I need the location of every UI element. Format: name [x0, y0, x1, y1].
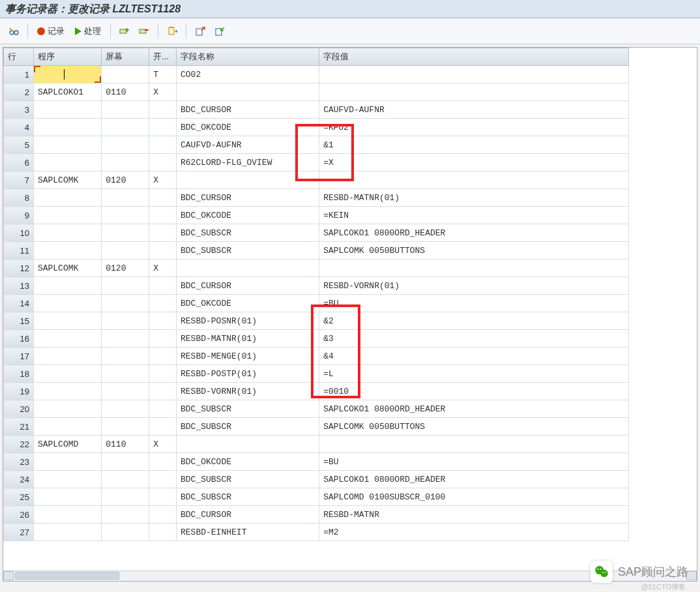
cell-start[interactable]: X [149, 259, 177, 277]
cell-field-value[interactable]: &1 [319, 136, 629, 154]
delete-row-button[interactable] [136, 23, 153, 39]
cell-field-value[interactable]: =KPU2 [319, 119, 629, 136]
cell-program[interactable] [33, 101, 101, 119]
cell-start[interactable] [149, 101, 177, 119]
col-screen[interactable]: 屏幕 [102, 48, 149, 66]
table-row[interactable]: 20BDC_SUBSCRSAPLCOKO1 0800ORD_HEADER [4, 400, 629, 418]
row-number[interactable]: 9 [4, 207, 34, 224]
table-row[interactable]: 16RESBD-MATNR(01)&3 [4, 330, 629, 348]
import-button[interactable] [211, 23, 228, 39]
cell-start[interactable] [149, 330, 177, 348]
cell-program[interactable] [33, 295, 101, 312]
table-row[interactable]: 12SAPLCOMK0120X [4, 259, 629, 277]
cell-field-value[interactable]: =BU [319, 295, 629, 312]
cell-screen[interactable]: 0120 [102, 259, 149, 277]
process-button[interactable]: 处理 [71, 23, 105, 39]
cell-program[interactable] [33, 312, 101, 330]
cell-start[interactable]: X [149, 83, 177, 101]
cell-field-value[interactable] [319, 436, 629, 453]
row-number[interactable]: 11 [4, 242, 34, 259]
cell-program[interactable] [33, 189, 101, 207]
table-row[interactable]: 6R62CLORD-FLG_OVIEW=X [4, 154, 629, 171]
row-number[interactable]: 10 [4, 224, 34, 242]
cell-screen[interactable] [102, 66, 149, 83]
table-row[interactable]: 14BDC_OKCODE=BU [4, 295, 629, 312]
cell-start[interactable] [149, 383, 177, 400]
cell-screen[interactable] [102, 418, 149, 436]
row-number[interactable]: 8 [4, 189, 34, 207]
cell-screen[interactable] [102, 383, 149, 400]
cell-field-value[interactable]: RESBD-VORNR(01) [319, 277, 629, 295]
table-row[interactable]: 5CAUFVD-AUFNR&1 [4, 136, 629, 154]
row-number[interactable]: 16 [4, 330, 34, 348]
table-row[interactable]: 27RESBD-EINHEIT=M2 [4, 524, 629, 541]
cell-program[interactable] [33, 471, 101, 488]
cell-field-value[interactable]: CAUFVD-AUFNR [319, 101, 629, 119]
cell-start[interactable]: X [149, 436, 177, 453]
cell-start[interactable] [149, 136, 177, 154]
cell-field-name[interactable]: RESBD-VORNR(01) [177, 383, 319, 400]
row-number[interactable]: 25 [4, 488, 34, 506]
cell-program[interactable]: SAPLCOKO1 [33, 83, 101, 101]
cell-program[interactable] [33, 400, 101, 418]
cell-field-value[interactable]: =M2 [319, 524, 629, 541]
cell-field-name[interactable]: RESBD-MATNR(01) [177, 330, 319, 348]
display-change-button[interactable] [5, 23, 22, 39]
table-row[interactable]: 22SAPLCOMD0110X [4, 436, 629, 453]
cell-field-value[interactable]: =X [319, 154, 629, 171]
cell-field-value[interactable]: =L [319, 365, 629, 383]
cell-start[interactable] [149, 224, 177, 242]
cell-field-name[interactable] [177, 436, 319, 453]
table-row[interactable]: 26BDC_CURSORRESBD-MATNR [4, 506, 629, 524]
cell-program[interactable] [33, 207, 101, 224]
cell-screen[interactable] [102, 312, 149, 330]
table-row[interactable]: 17RESBD-MENGE(01)&4 [4, 348, 629, 365]
cell-screen[interactable] [102, 224, 149, 242]
cell-program[interactable] [33, 488, 101, 506]
row-number[interactable]: 3 [4, 101, 34, 119]
cell-start[interactable] [149, 207, 177, 224]
cell-field-name[interactable]: BDC_OKCODE [177, 207, 319, 224]
cell-screen[interactable] [102, 101, 149, 119]
cell-field-value[interactable]: =0010 [319, 383, 629, 400]
cell-program[interactable] [33, 524, 101, 541]
cell-screen[interactable] [102, 453, 149, 471]
cell-field-name[interactable] [177, 83, 319, 101]
cell-field-name[interactable]: BDC_OKCODE [177, 295, 319, 312]
col-row[interactable]: 行 [4, 48, 34, 66]
row-number[interactable]: 4 [4, 119, 34, 136]
cell-field-name[interactable]: BDC_CURSOR [177, 277, 319, 295]
cell-program[interactable] [33, 224, 101, 242]
cell-program[interactable] [33, 330, 101, 348]
cell-program[interactable]: SAPLCOMK [33, 259, 101, 277]
cell-field-value[interactable]: SAPLCOMK 0050BUTTONS [319, 242, 629, 259]
cell-field-value[interactable]: SAPLCOMK 0050BUTTONS [319, 418, 629, 436]
cell-screen[interactable] [102, 154, 149, 171]
table-row[interactable]: 13BDC_CURSORRESBD-VORNR(01) [4, 277, 629, 295]
cell-field-name[interactable]: RESBD-EINHEIT [177, 524, 319, 541]
cell-screen[interactable] [102, 277, 149, 295]
row-number[interactable]: 22 [4, 436, 34, 453]
cell-field-value[interactable]: &2 [319, 312, 629, 330]
table-row[interactable]: 21BDC_SUBSCRSAPLCOMK 0050BUTTONS [4, 418, 629, 436]
cell-field-value[interactable]: =BU [319, 453, 629, 471]
cell-field-name[interactable] [177, 259, 319, 277]
cell-field-name[interactable]: BDC_SUBSCR [177, 488, 319, 506]
cell-program[interactable] [33, 383, 101, 400]
cell-program[interactable] [33, 506, 101, 524]
row-number[interactable]: 19 [4, 383, 34, 400]
table-row[interactable]: 11BDC_SUBSCRSAPLCOMK 0050BUTTONS [4, 242, 629, 259]
cell-field-value[interactable]: SAPLCOKO1 0800ORD_HEADER [319, 224, 629, 242]
row-number[interactable]: 27 [4, 524, 34, 541]
row-number[interactable]: 23 [4, 453, 34, 471]
col-field-value[interactable]: 字段值 [319, 48, 629, 66]
cell-start[interactable] [149, 312, 177, 330]
cell-field-name[interactable]: CO02 [177, 66, 319, 83]
cell-program[interactable] [33, 348, 101, 365]
table-row[interactable]: 19RESBD-VORNR(01)=0010 [4, 383, 629, 400]
export-button[interactable] [192, 23, 209, 39]
cell-screen[interactable] [102, 295, 149, 312]
cell-screen[interactable] [102, 400, 149, 418]
table-row[interactable]: 1TCO02 [4, 66, 629, 83]
cell-field-value[interactable]: RESBD-MATNR(01) [319, 189, 629, 207]
